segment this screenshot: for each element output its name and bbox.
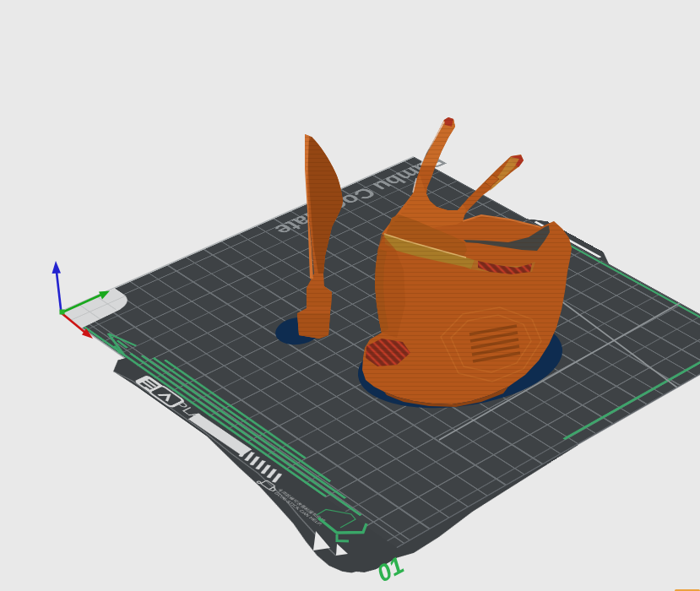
svg-text:01: 01: [372, 551, 408, 587]
